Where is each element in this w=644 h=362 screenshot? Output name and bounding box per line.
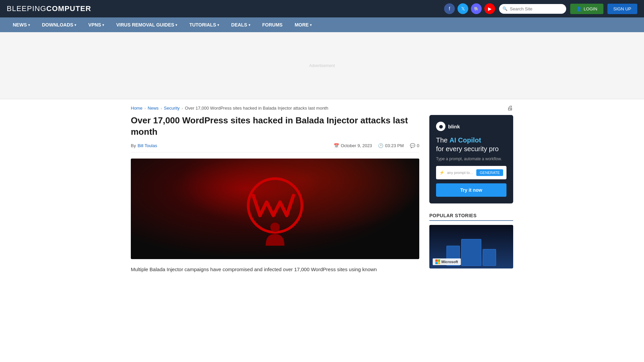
chevron-down-icon: ▾ xyxy=(310,23,312,27)
nav-item-downloads[interactable]: DOWNLOADS ▾ xyxy=(36,17,82,32)
article-main: Over 17,000 WordPress sites hacked in Ba… xyxy=(131,115,419,274)
screen-block xyxy=(461,239,481,266)
nav-item-vpns[interactable]: VPNS ▾ xyxy=(82,17,110,32)
breadcrumb-sep: › xyxy=(161,106,162,110)
youtube-icon[interactable]: ▶ xyxy=(484,3,495,14)
signup-button[interactable]: SIGN UP xyxy=(607,4,637,14)
chevron-down-icon: ▾ xyxy=(175,23,177,27)
ad-banner: Advertisement xyxy=(0,32,644,99)
comment-number: 0 xyxy=(417,143,419,148)
mastodon-icon[interactable]: 🐘 xyxy=(471,3,482,14)
popular-story-image[interactable]: Microsoft xyxy=(429,225,513,268)
article-body: Multiple Balada Injector campaigns have … xyxy=(131,265,419,274)
search-input[interactable] xyxy=(499,4,566,14)
wp-logo-container xyxy=(131,159,419,259)
screen-block xyxy=(483,249,496,266)
chevron-down-icon: ▾ xyxy=(217,23,219,27)
blink-label: blink xyxy=(448,124,460,129)
ad-input-mock[interactable]: ⚡ any prompt to generate an automation..… xyxy=(436,166,506,179)
try-it-now-button[interactable]: Try it now xyxy=(436,183,506,197)
comment-icon: 💬 xyxy=(410,143,415,148)
ms-sq-green xyxy=(438,259,440,262)
nav-item-forums[interactable]: FORUMS xyxy=(256,17,289,32)
meta-left: By Bill Toulas xyxy=(131,143,157,148)
blink-logo: ⬤ blink xyxy=(436,122,506,131)
ad-headline: The AI Copilot for every security pro xyxy=(436,136,506,153)
popular-stories-title: POPULAR STORIES xyxy=(429,213,513,221)
calendar-icon: 📅 xyxy=(334,143,339,148)
header-right: f 𝕏 🐘 ▶ 🔍 👤 LOGIN SIGN UP xyxy=(444,3,637,14)
social-icons: f 𝕏 🐘 ▶ xyxy=(444,3,495,14)
article-meta: By Bill Toulas 📅 October 9, 2023 🕐 03:23… xyxy=(131,143,419,153)
chevron-down-icon: ▾ xyxy=(102,23,104,27)
ad-subtext: Type a prompt, automate a workflow. xyxy=(436,157,506,161)
nav-item-virus-removal[interactable]: VIRUS REMOVAL GUIDES ▾ xyxy=(110,17,183,32)
ms-sq-red xyxy=(435,259,438,262)
content-area: Home › News › Security › Over 17,000 Wor… xyxy=(124,99,520,287)
chevron-down-icon: ▾ xyxy=(249,23,250,27)
popular-stories: POPULAR STORIES xyxy=(429,213,513,268)
nav-item-more[interactable]: MORE ▾ xyxy=(288,17,318,32)
svg-point-1 xyxy=(270,223,280,232)
meta-right: 📅 October 9, 2023 🕐 03:23 PM 💬 0 xyxy=(334,143,419,148)
blink-icon: ⬤ xyxy=(436,122,445,131)
microsoft-logo-text: Microsoft xyxy=(433,258,461,265)
article-hero-image xyxy=(131,159,419,259)
date-item: 📅 October 9, 2023 xyxy=(334,143,372,148)
article-layout: Over 17,000 WordPress sites hacked in Ba… xyxy=(131,115,513,287)
article-title: Over 17,000 WordPress sites hacked in Ba… xyxy=(131,115,419,138)
nav-item-tutorials[interactable]: TUTORIALS ▾ xyxy=(183,17,225,32)
main-nav: NEWS ▾ DOWNLOADS ▾ VPNS ▾ VIRUS REMOVAL … xyxy=(0,17,644,32)
article-image xyxy=(131,159,419,259)
microsoft-squares-icon xyxy=(435,259,440,264)
breadcrumb-current: Over 17,000 WordPress sites hacked in Ba… xyxy=(185,106,328,111)
time-item: 🕐 03:23 PM xyxy=(378,143,404,148)
clock-icon: 🕐 xyxy=(378,143,383,148)
nav-item-news[interactable]: NEWS ▾ xyxy=(7,17,36,32)
user-icon: 👤 xyxy=(576,6,582,11)
chevron-down-icon: ▾ xyxy=(74,23,76,27)
microsoft-logo: Microsoft xyxy=(433,258,461,265)
top-header: BLEEPINGCOMPUTER f 𝕏 🐘 ▶ 🔍 👤 LOGIN SIGN … xyxy=(0,0,644,17)
comment-count[interactable]: 💬 0 xyxy=(410,143,419,148)
breadcrumb-sep: › xyxy=(182,106,183,110)
breadcrumb-news[interactable]: News xyxy=(148,106,159,111)
search-icon: 🔍 xyxy=(502,6,507,11)
article-date: October 9, 2023 xyxy=(341,143,372,148)
generate-button[interactable]: GENERATE xyxy=(476,169,503,176)
ms-sq-blue xyxy=(435,262,438,264)
chevron-down-icon: ▾ xyxy=(28,23,30,27)
breadcrumb-sep: › xyxy=(145,106,146,110)
breadcrumb: Home › News › Security › Over 17,000 Wor… xyxy=(131,99,513,115)
article-sidebar: ⬤ blink The AI Copilot for every securit… xyxy=(429,115,513,274)
search-bar: 🔍 xyxy=(499,4,566,14)
breadcrumb-links: Home › News › Security › Over 17,000 Wor… xyxy=(131,106,328,111)
print-icon[interactable]: 🖨 xyxy=(507,105,513,112)
breadcrumb-security[interactable]: Security xyxy=(164,106,180,111)
login-button[interactable]: 👤 LOGIN xyxy=(570,4,603,14)
lightning-icon: ⚡ xyxy=(439,170,444,175)
facebook-icon[interactable]: f xyxy=(444,3,455,14)
sidebar-ad: ⬤ blink The AI Copilot for every securit… xyxy=(429,115,513,203)
site-logo[interactable]: BLEEPINGCOMPUTER xyxy=(7,4,91,13)
ad-input-placeholder: any prompt to generate an automation... xyxy=(447,171,474,175)
article-paragraph: Multiple Balada Injector campaigns have … xyxy=(131,265,419,274)
by-label: By xyxy=(131,143,136,148)
breadcrumb-home[interactable]: Home xyxy=(131,106,143,111)
author-link[interactable]: Bill Toulas xyxy=(138,143,157,148)
wordpress-logo-icon xyxy=(241,172,309,246)
ms-sq-yellow xyxy=(438,262,440,264)
article-time: 03:23 PM xyxy=(385,143,404,148)
twitter-icon[interactable]: 𝕏 xyxy=(458,3,468,14)
nav-item-deals[interactable]: DEALS ▾ xyxy=(225,17,256,32)
